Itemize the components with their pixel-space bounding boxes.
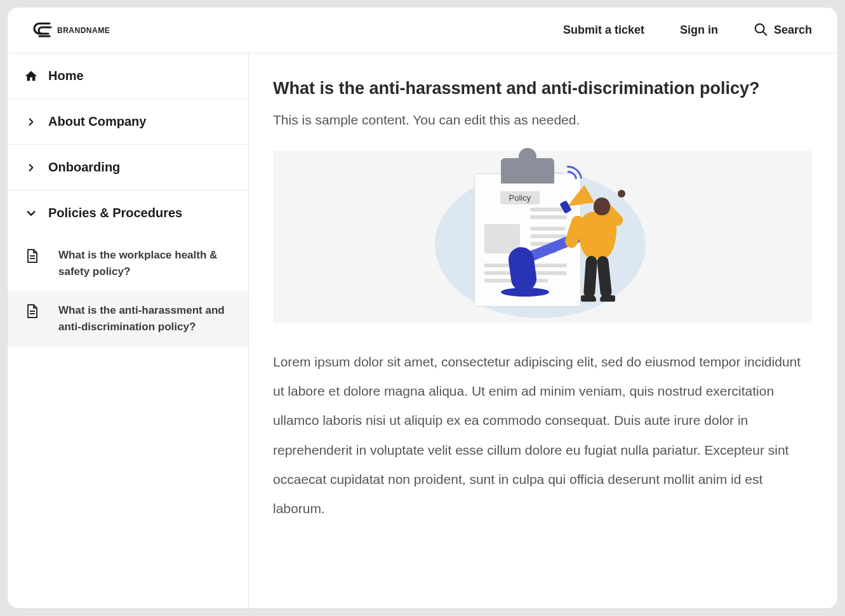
chevron-right-icon [24,161,38,175]
search-icon [754,22,768,39]
body: Home About Company Onboarding [8,53,837,608]
sidebar-item-policies-procedures[interactable]: Policies & Procedures [8,191,248,236]
sidebar-sub-label: What is the workplace health & safety po… [51,247,232,279]
sidebar-sub-anti-harassment[interactable]: What is the anti-harassment and anti-dis… [8,291,248,346]
sign-in-link[interactable]: Sign in [680,23,718,37]
sidebar-sub-health-safety[interactable]: What is the workplace health & safety po… [8,236,248,291]
document-icon [24,248,39,264]
chevron-right-icon [24,115,38,129]
header-actions: Submit a ticket Sign in Search [563,22,812,39]
submit-ticket-link[interactable]: Submit a ticket [563,23,644,37]
brand-logo-icon [33,22,52,39]
sidebar-sub-label: What is the anti-harassment and anti-dis… [51,302,232,335]
illustration-policy-badge: Policy [500,191,540,204]
app-window: BRANDNAME Submit a ticket Sign in Search [8,8,837,608]
sidebar-item-label: About Company [48,114,146,129]
sidebar-item-onboarding[interactable]: Onboarding [8,145,248,191]
brand[interactable]: BRANDNAME [33,22,110,39]
sidebar: Home About Company Onboarding [8,53,249,608]
home-icon [24,69,38,83]
article-intro: This is sample content. You can edit thi… [273,112,812,128]
search-button[interactable]: Search [754,22,812,39]
sidebar-item-label: Home [48,69,84,83]
brand-name: BRANDNAME [57,26,110,35]
sidebar-item-label: Policies & Procedures [48,206,182,220]
article-illustration: Policy [273,151,812,323]
chevron-down-icon [24,206,38,220]
article-body: Lorem ipsum dolor sit amet, consectetur … [273,347,812,523]
header: BRANDNAME Submit a ticket Sign in Search [8,8,837,53]
search-label: Search [774,23,812,37]
sidebar-item-about-company[interactable]: About Company [8,99,248,145]
article-title: What is the anti-harassment and anti-dis… [273,79,812,98]
document-icon [24,304,39,319]
main-content: What is the anti-harassment and anti-dis… [249,53,837,608]
sidebar-item-home[interactable]: Home [8,53,248,99]
svg-line-2 [763,31,766,34]
sidebar-item-label: Onboarding [48,160,120,175]
